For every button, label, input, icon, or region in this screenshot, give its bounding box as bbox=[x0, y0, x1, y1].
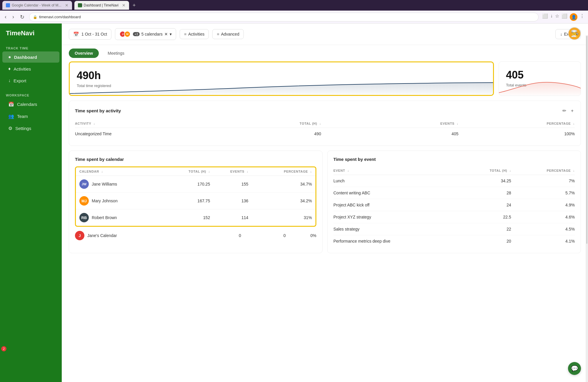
col-event: EVENT ↓ bbox=[333, 166, 462, 175]
sidebar-item-label-activities: Activities bbox=[14, 66, 31, 71]
event-pct-1: 7% bbox=[511, 175, 575, 187]
edit-activity-button[interactable]: ✏ bbox=[561, 107, 567, 115]
url-input[interactable]: 🔒 timenavi.com/dashboard bbox=[29, 13, 539, 21]
tab-overview[interactable]: Overview bbox=[69, 49, 99, 58]
sidebar-item-export[interactable]: ↓ Export bbox=[2, 75, 59, 86]
filter-icon-activities: ≡ bbox=[184, 32, 186, 36]
sidebar-item-label-settings: Settings bbox=[15, 126, 31, 131]
table-row: Uncategorized Time 490 405 100% bbox=[75, 128, 575, 140]
event-total-h-1: 34.25 bbox=[462, 175, 511, 187]
event-total-h-4: 22.5 bbox=[462, 211, 511, 223]
user-avatar[interactable]: 👨‍🍳 bbox=[568, 27, 581, 40]
bookmark-icon[interactable]: ☆ bbox=[555, 13, 559, 21]
tab-timenavi-label: Dashboard | TimeNavi bbox=[84, 3, 119, 7]
tab-meetings[interactable]: Meetings bbox=[102, 49, 130, 58]
new-tab-button[interactable]: + bbox=[133, 2, 136, 9]
table-row: Performance metrics deep dive 20 4.1% bbox=[333, 235, 575, 247]
dropdown-icon[interactable]: ▾ bbox=[170, 32, 172, 36]
col-cal-events: EVENTS ↓ bbox=[210, 167, 248, 176]
cal-events-2: 136 bbox=[210, 193, 248, 209]
sidebar-item-calendars[interactable]: 📅 Calendars bbox=[2, 99, 59, 110]
event-pct-4: 4.6% bbox=[511, 211, 575, 223]
calendar-name-robert: Robert Brown bbox=[92, 215, 117, 220]
team-icon: 👥 bbox=[8, 114, 14, 119]
scrollbar[interactable] bbox=[586, 35, 588, 382]
event-total-h-2: 28 bbox=[462, 187, 511, 199]
event-section-header: Time spent by event bbox=[333, 157, 575, 162]
sidebar-item-dashboard[interactable]: ● Dashboard bbox=[2, 51, 59, 63]
calendar-section-header: Time spent by calendar bbox=[75, 157, 316, 162]
cal-pct-2: 34.2% bbox=[248, 193, 315, 209]
sidebar-item-label-dashboard: Dashboard bbox=[14, 55, 37, 60]
avatar-mary-johnson: MJ bbox=[79, 196, 89, 206]
tab-google-label: Google Calendar - Week of M... bbox=[12, 3, 61, 7]
section-label-track-time: TRACK TIME bbox=[0, 44, 62, 51]
window-icon[interactable]: ⬜ bbox=[562, 13, 567, 21]
chat-bubble-button[interactable]: 💬 bbox=[568, 362, 581, 375]
table-row: Lunch 34.25 7% bbox=[333, 175, 575, 187]
back-button[interactable]: ‹ bbox=[4, 13, 8, 21]
main-content: 📅 1 Oct - 31 Oct J M +3 5 calendars ✕ ▾ … bbox=[62, 24, 588, 382]
event-name-3: Project ABC kick off bbox=[333, 199, 462, 211]
sidebar-item-activities[interactable]: ♦ Activities bbox=[2, 63, 59, 74]
sidebar-item-team[interactable]: 👥 Team bbox=[2, 111, 59, 122]
calendar-table-extra: J Jane's Calendar 0 0 0% bbox=[75, 227, 316, 244]
cast-icon[interactable]: ⬜ bbox=[542, 13, 548, 21]
cal-person-cell-4: J Jane's Calendar bbox=[75, 227, 208, 244]
col-cal-pct: PERCENTAGE ↓ bbox=[248, 167, 315, 176]
tab-google-close[interactable]: ✕ bbox=[65, 3, 69, 8]
forward-button[interactable]: › bbox=[11, 13, 15, 21]
google-favicon bbox=[6, 3, 10, 7]
event-section-title: Time spent by event bbox=[333, 157, 376, 162]
event-name-5: Sales strategy bbox=[333, 223, 462, 235]
header-bar: 📅 1 Oct - 31 Oct J M +3 5 calendars ✕ ▾ … bbox=[62, 24, 588, 45]
activities-filter-button[interactable]: ≡ Activities bbox=[180, 29, 209, 39]
cal-person-cell-2: MJ Mary Johnson bbox=[76, 193, 164, 209]
event-section: Time spent by event EVENT ↓ TOTAL (H) ↓ … bbox=[327, 151, 581, 253]
col-total-h: TOTAL (H) ↓ bbox=[196, 119, 345, 128]
refresh-button[interactable]: ↻ bbox=[19, 13, 26, 21]
calendars-count-label: 5 calendars bbox=[141, 32, 163, 36]
menu-icon[interactable]: ⋮ bbox=[580, 13, 584, 21]
calendars-icon: 📅 bbox=[8, 101, 14, 107]
activity-table: ACTIVITY ↓ TOTAL (H) ↓ EVENTS ↓ PERCENTA… bbox=[75, 119, 575, 140]
chat-icon: 💬 bbox=[571, 365, 578, 372]
sidebar-item-settings[interactable]: ⚙ Settings bbox=[2, 123, 59, 134]
tab-timenavi-close[interactable]: ✕ bbox=[122, 3, 126, 8]
activity-section-title: Time spent by activity bbox=[75, 108, 121, 113]
filter-icon-advanced: ≡ bbox=[217, 32, 219, 36]
event-pct-5: 4.5% bbox=[511, 223, 575, 235]
browser-chrome: Google Calendar - Week of M... ✕ TN Dash… bbox=[0, 0, 588, 11]
avatar-janes-calendar: J bbox=[75, 231, 84, 240]
add-activity-button[interactable]: + bbox=[570, 107, 575, 115]
calendar-filter-button[interactable]: J M +3 5 calendars ✕ ▾ bbox=[115, 28, 176, 40]
settings-icon: ⚙ bbox=[8, 126, 12, 131]
event-table: EVENT ↓ TOTAL (H) ↓ PERCENTAGE ↓ Lunch 3… bbox=[333, 166, 575, 247]
stat-card-total-time: 490h Total time registered bbox=[69, 61, 494, 96]
stat-chart-total-time bbox=[70, 77, 493, 95]
col-events: EVENTS ↓ bbox=[345, 119, 482, 128]
date-range-button[interactable]: 📅 1 Oct - 31 Oct bbox=[69, 29, 111, 40]
browser-action-icons: ⬜ ↓ ☆ ⬜ 👤 ⋮ bbox=[542, 13, 584, 21]
tabs-row: Overview Meetings bbox=[62, 45, 588, 61]
app-logo: TimeNavi bbox=[0, 29, 62, 44]
table-row: JW Jane Williams 170.25 155 34.7% bbox=[76, 176, 315, 193]
cal-total-h-3: 152 bbox=[164, 209, 210, 226]
tab-google-calendar[interactable]: Google Calendar - Week of M... ✕ bbox=[2, 1, 72, 10]
cal-person-cell-3: RB Robert Brown bbox=[76, 209, 164, 226]
calendar-yellow-border: CALENDAR ↓ TOTAL (H) ↓ EVENTS ↓ PERCENTA… bbox=[75, 166, 316, 227]
download-icon[interactable]: ↓ bbox=[550, 13, 553, 21]
close-icon[interactable]: ✕ bbox=[164, 32, 168, 36]
cal-events-1: 155 bbox=[210, 176, 248, 193]
browser-address-bar: ‹ › ↻ 🔒 timenavi.com/dashboard ⬜ ↓ ☆ ⬜ 👤… bbox=[0, 11, 588, 24]
stats-row: 490h Total time registered bbox=[62, 61, 588, 101]
cal-events-4: 0 bbox=[253, 227, 298, 244]
col-evt-total-h: TOTAL (H) ↓ bbox=[462, 166, 511, 175]
calendar-name-mary: Mary Johnson bbox=[92, 198, 118, 203]
cal-pct-4: 0% bbox=[298, 227, 316, 244]
advanced-filter-button[interactable]: ≡ Advanced bbox=[212, 29, 243, 39]
tab-timenavi[interactable]: TN Dashboard | TimeNavi ✕ bbox=[74, 1, 129, 10]
activity-events: 405 bbox=[345, 128, 482, 140]
calendar-table: CALENDAR ↓ TOTAL (H) ↓ EVENTS ↓ PERCENTA… bbox=[76, 167, 315, 226]
browser-user-avatar[interactable]: 👤 bbox=[570, 13, 577, 21]
